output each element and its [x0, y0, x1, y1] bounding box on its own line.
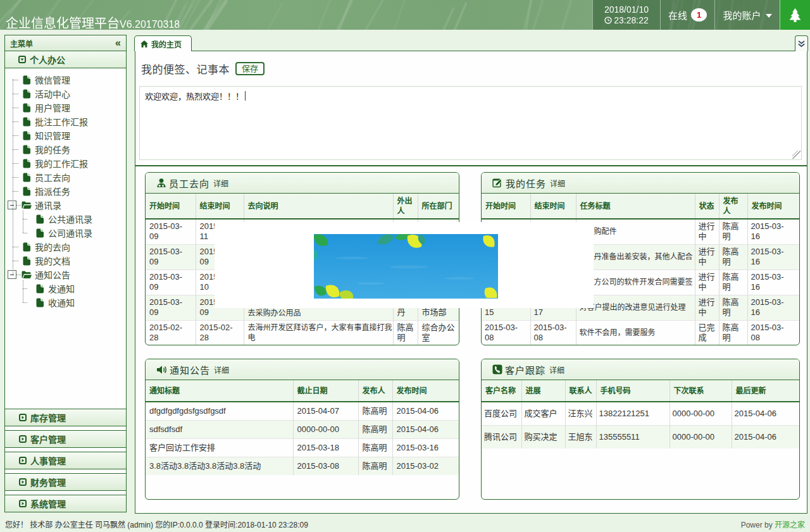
accordion-label: 人事管理 [30, 454, 66, 467]
status-text: 您好！ 技术部 办公室主任 司马飘然 (admin) 您的IP:0.0.0.0 … [5, 519, 308, 529]
note-heading: 我的便签、记事本 [141, 61, 230, 77]
column-header: 状态 [695, 194, 719, 219]
panel-more-link[interactable]: 详细 [550, 178, 565, 189]
tree-line [13, 247, 18, 247]
account-menu[interactable]: 我的账户 [714, 0, 780, 30]
sidebar-section-personal[interactable]: 个人办公 [5, 51, 126, 68]
panel-more-link[interactable]: 详细 [213, 178, 228, 189]
document-icon [23, 159, 31, 168]
sidebar-collapse-icon[interactable]: « [115, 38, 121, 48]
table-cell: 进行中 [695, 244, 719, 269]
folder-open-icon [22, 270, 32, 279]
tree-collapse-box[interactable] [8, 201, 16, 209]
theme-tree-button[interactable] [780, 0, 810, 30]
sidebar-item-13[interactable]: 我的文档 [5, 254, 126, 268]
document-icon [23, 242, 31, 252]
sidebar-item-3[interactable]: 批注工作汇报 [5, 114, 126, 128]
table-cell: 购配件 [576, 219, 695, 244]
column-header: 去向说明 [244, 194, 393, 219]
table-cell: 购买决定 [521, 425, 565, 448]
panel-header: 客户跟踪 详细 [482, 359, 799, 380]
panel-title: 通知公告 [170, 363, 210, 376]
sidebar-item-0[interactable]: 微信管理 [5, 73, 126, 87]
powered-by-brand[interactable]: 开源之家 [775, 521, 805, 529]
table-cell: 0000-00-00 [670, 425, 732, 448]
column-header: 结束时间 [196, 194, 244, 219]
panel-more-link[interactable]: 详细 [549, 364, 564, 375]
table-cell: 2015-03-09 [146, 244, 196, 269]
sidebar-accordion-2[interactable]: 人事管理 [5, 452, 126, 469]
table-cell: 0000-00-00 [670, 402, 732, 425]
app-title: 企业信息化管理平台V6.20170318 [6, 17, 180, 31]
sidebar-item-9[interactable]: 通讯录 [5, 198, 126, 212]
sidebar-accordion-0[interactable]: 库存管理 [5, 409, 126, 426]
table-cell: 软件不会用，需要服务 [576, 320, 695, 345]
sidebar-header: 主菜单 « [5, 35, 126, 51]
panel-collapse-button[interactable] [795, 35, 808, 51]
resize-grip-icon[interactable] [792, 151, 801, 159]
tree-item-label: 指派任务 [35, 185, 70, 197]
column-header: 进展 [521, 380, 565, 402]
sidebar-item-12[interactable]: 我的去向 [5, 240, 126, 254]
panel-more-link[interactable]: 详细 [214, 364, 229, 375]
sidebar-accordion-1[interactable]: 客户管理 [5, 430, 126, 448]
section-collapsed-icon [19, 457, 27, 464]
table-cell: 百度公司 [482, 402, 521, 425]
table-cell: 对客户提出的改进意见进行处理 [576, 295, 695, 320]
sidebar-item-7[interactable]: 员工去向 [5, 170, 126, 184]
sidebar-item-1[interactable]: 活动中心 [5, 87, 126, 101]
tree-item-label: 活动中心 [35, 87, 70, 100]
table-cell: 综合办公室 [418, 320, 459, 345]
account-label: 我的账户 [723, 8, 761, 22]
sidebar-accordion-4[interactable]: 系统管理 [5, 495, 126, 512]
tree-collapse-box[interactable] [8, 270, 16, 279]
sidebar-item-4[interactable]: 知识管理 [5, 128, 126, 142]
document-icon [23, 145, 31, 154]
online-indicator[interactable]: 在线 1 [660, 0, 714, 30]
double-chevron-down-icon [797, 40, 806, 48]
table-cell: dfgdfgdfgdsfgsdfgsdf [146, 402, 293, 420]
tree-item-label: 批注工作汇报 [35, 115, 88, 128]
date-text: 2018/01/10 [604, 4, 649, 15]
table-row: 客户回访工作安排2015-03-18陈高明2015-03-16 [146, 438, 459, 457]
table-cell: 方公司的软件开发合同需要签 [576, 269, 695, 295]
floating-ad[interactable] [215, 222, 594, 308]
table-cell: sdfsdfsdf [146, 420, 293, 438]
table-cell: 2015-02-28 [146, 320, 196, 345]
sidebar-item-6[interactable]: 我的工作汇报 [5, 156, 126, 170]
tree-line [13, 94, 18, 94]
tree-line [23, 280, 23, 302]
document-icon [23, 117, 31, 127]
tree-item-label: 收通知 [48, 296, 75, 309]
document-icon [36, 298, 44, 307]
sidebar-item-5[interactable]: 我的任务 [5, 142, 126, 156]
tree-item-label: 知识管理 [35, 129, 70, 142]
tree-item-label: 微信管理 [35, 73, 70, 86]
tree-item-label: 用户管理 [35, 101, 70, 114]
document-icon [23, 173, 31, 182]
customer-follow-table: 客户名称进展联系人手机号码下次联系最后更新百度公司成交客户汪东兴13822121… [482, 380, 799, 448]
section-collapsed-icon [19, 414, 27, 421]
header-right: 2018/01/10 23:28:22 在线 1 我的账户 [592, 0, 810, 30]
table-cell: 进行中 [695, 269, 719, 295]
save-button[interactable]: 保存 [235, 62, 265, 75]
note-textarea[interactable]: 欢迎欢迎，热烈欢迎！！！ [139, 86, 802, 160]
person-icon [156, 178, 166, 188]
document-icon [23, 256, 31, 266]
online-label: 在线 [668, 8, 687, 22]
document-icon [36, 214, 44, 224]
home-icon [140, 40, 148, 47]
tree-line [23, 219, 27, 220]
table-cell: 陈高明 [719, 295, 747, 320]
table-cell: 0000-00-00 [293, 420, 358, 438]
document-icon [23, 89, 31, 99]
table-cell: 陈高明 [358, 402, 392, 420]
column-header: 发布时间 [392, 380, 459, 402]
tab-home[interactable]: 我的主页 [134, 35, 192, 51]
announcements-table: 通知标题截止日期发布人发布时间dfgdfgdfgdsfgsdfgsdf2015-… [146, 380, 459, 475]
tree-line [13, 80, 18, 80]
sidebar-accordion-3[interactable]: 财务管理 [5, 473, 126, 491]
sidebar-item-2[interactable]: 用户管理 [5, 101, 126, 114]
sidebar-item-14[interactable]: 通知公告 [5, 268, 126, 281]
sidebar-item-8[interactable]: 指派任务 [5, 184, 126, 198]
